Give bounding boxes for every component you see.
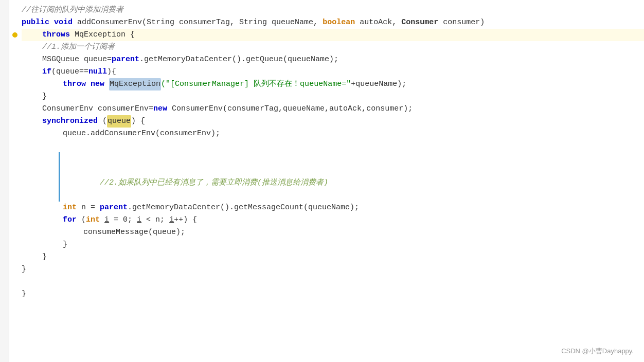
keyword: null	[88, 66, 107, 78]
code-text: }	[42, 251, 47, 263]
code-text: i	[137, 214, 141, 226]
code-text: consumeMessage(queue);	[83, 226, 185, 239]
code-line: }	[22, 251, 644, 263]
code-text: MSGQueue queue=	[42, 53, 112, 66]
keyword: int	[63, 202, 77, 214]
keyword: for	[63, 214, 77, 226]
keyword: throw	[63, 78, 86, 90]
footer-text: CSDN @小曹Dayhappy.	[561, 347, 634, 355]
code-text: ++) {	[174, 214, 197, 226]
code-line: ConsumerEnv consumerEnv=new ConsumerEnv(…	[22, 103, 644, 115]
code-text	[100, 214, 104, 226]
code-text: (	[98, 115, 107, 128]
keyword: boolean	[323, 16, 355, 29]
code-text: ConsumerEnv consumerEnv=	[42, 103, 153, 115]
keyword: new	[91, 78, 104, 90]
code-block: //往订阅的队列中添加消费者 public void addConsumerEn…	[10, 4, 644, 300]
keyword: new	[153, 103, 167, 115]
code-text: = 0;	[109, 214, 137, 226]
keyword: void	[54, 16, 73, 29]
code-line	[22, 140, 644, 152]
code-text	[86, 78, 91, 90]
code-line: for (int i = 0; i < n; i++) {	[22, 214, 644, 226]
code-line: if(queue==null){	[22, 66, 644, 78]
code-text: autoAck,	[355, 16, 401, 29]
code-line: //2.如果队列中已经有消息了，需要立即消费(推送消息给消费者)	[22, 152, 644, 202]
highlighted-token: MqException	[109, 78, 161, 90]
code-line: }	[22, 239, 644, 251]
gutter	[0, 0, 9, 362]
code-text: i	[104, 214, 109, 226]
code-line-throws: throws MqException {	[22, 29, 644, 41]
keyword: parent	[112, 53, 139, 66]
code-text: n =	[77, 202, 100, 214]
keyword: int	[86, 214, 100, 226]
code-line: consumeMessage(queue);	[22, 226, 644, 239]
footer-watermark: CSDN @小曹Dayhappy.	[561, 346, 634, 357]
code-line: int n = parent.getMemoryDataCenter().get…	[22, 202, 644, 214]
code-text: }	[42, 90, 47, 103]
code-text: ) {	[131, 115, 145, 128]
code-text: < n;	[141, 214, 169, 226]
code-line: }	[22, 90, 644, 103]
code-text: //往订阅的队列中添加消费者	[22, 4, 123, 16]
code-text: addConsumerEnv(String consumerTag, Strin…	[73, 16, 323, 29]
code-line: }	[22, 288, 644, 300]
code-line: throw new MqException("[ConsumerManager]…	[22, 78, 644, 90]
string-literal: ("[ConsumerManager] 队列不存在！queueName="	[161, 78, 351, 90]
code-text: //1.添加一个订阅者	[42, 41, 115, 53]
keyword: synchronized	[42, 115, 98, 128]
code-text: +queueName);	[351, 78, 406, 90]
code-text: ConsumerEnv(consumerTag,queueName,autoAc…	[167, 103, 413, 115]
keyword: parent	[100, 202, 128, 214]
code-text	[22, 276, 26, 288]
code-text	[49, 16, 54, 29]
code-text	[104, 78, 109, 90]
code-line: //往订阅的队列中添加消费者	[22, 4, 644, 16]
code-text: MqException {	[70, 29, 135, 41]
code-text: consumer)	[438, 16, 485, 29]
code-text: }	[22, 288, 26, 300]
code-text: //2.如果队列中已经有消息了，需要立即消费(推送消息给消费者)	[63, 152, 328, 202]
code-line: synchronized (queue) {	[22, 115, 644, 128]
code-line: }	[22, 263, 644, 276]
code-text: .getMemoryDataCenter().getMessageCount(q…	[128, 202, 359, 214]
code-editor: //往订阅的队列中添加消费者 public void addConsumerEn…	[0, 0, 644, 362]
code-line	[22, 276, 644, 288]
blue-bar	[59, 152, 60, 202]
code-text: queue.addConsumerEnv(consumerEnv);	[63, 128, 220, 140]
code-line: public void addConsumerEnv(String consum…	[22, 16, 644, 29]
code-line: MSGQueue queue=parent.getMemoryDataCente…	[22, 53, 644, 66]
highlighted-token: queue	[107, 115, 131, 128]
code-text: }	[22, 263, 26, 276]
code-line: queue.addConsumerEnv(consumerEnv);	[22, 128, 644, 140]
code-line: //1.添加一个订阅者	[22, 41, 644, 53]
code-text: i	[169, 214, 174, 226]
keyword: if	[42, 66, 51, 78]
code-text: (	[77, 214, 86, 226]
code-text: //2.如果队列中已经有消息了，需要立即消费(推送消息给消费者)	[100, 178, 328, 187]
code-text: .getMemoryDataCenter().getQueue(queueNam…	[139, 53, 338, 66]
code-text: (queue==	[51, 66, 88, 78]
code-text	[22, 140, 26, 152]
keyword: throws	[42, 29, 70, 41]
code-text: }	[63, 239, 67, 251]
code-text: Consumer	[401, 16, 438, 29]
keyword: public	[22, 16, 49, 29]
warning-icon	[12, 32, 17, 38]
code-text: ){	[107, 66, 116, 78]
